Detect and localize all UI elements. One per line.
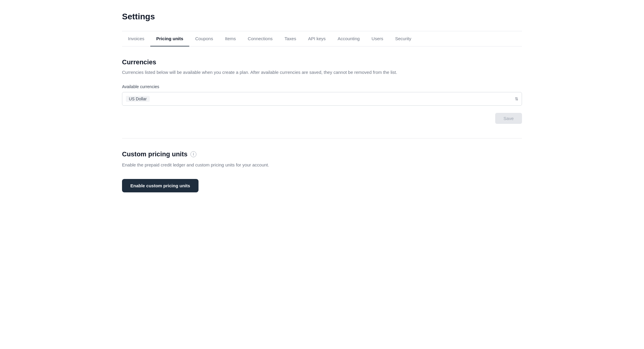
tab-security[interactable]: Security	[389, 31, 417, 46]
enable-custom-pricing-button[interactable]: Enable custom pricing units	[122, 179, 198, 192]
currency-select-wrapper: US Dollar ⇅	[122, 92, 522, 106]
custom-pricing-section: Custom pricing units i Enable the prepai…	[122, 150, 522, 193]
tab-items[interactable]: Items	[219, 31, 242, 46]
tab-accounting[interactable]: Accounting	[332, 31, 365, 46]
tab-taxes[interactable]: Taxes	[279, 31, 302, 46]
currencies-section-title: Currencies	[122, 58, 522, 66]
available-currencies-label: Available currencies	[122, 84, 522, 89]
tab-api-keys[interactable]: API keys	[302, 31, 332, 46]
custom-pricing-description: Enable the prepaid credit ledger and cus…	[122, 162, 522, 169]
currencies-section: Currencies Currencies listed below will …	[122, 58, 522, 124]
save-button-row: Save	[122, 113, 522, 124]
tab-pricing-units[interactable]: Pricing units	[150, 31, 189, 46]
tab-invoices[interactable]: Invoices	[122, 31, 150, 46]
currency-tag: US Dollar	[126, 96, 150, 102]
page-title: Settings	[122, 12, 522, 21]
tab-users[interactable]: Users	[366, 31, 389, 46]
tab-coupons[interactable]: Coupons	[189, 31, 219, 46]
save-button[interactable]: Save	[495, 113, 522, 124]
tabs-nav: Invoices Pricing units Coupons Items Con…	[122, 31, 522, 46]
section-divider	[122, 138, 522, 138]
currencies-section-description: Currencies listed below will be availabl…	[122, 69, 522, 76]
info-icon[interactable]: i	[190, 151, 196, 157]
custom-pricing-title-row: Custom pricing units i	[122, 150, 522, 158]
page-container: Settings Invoices Pricing units Coupons …	[108, 0, 536, 219]
tab-connections[interactable]: Connections	[242, 31, 279, 46]
currency-select-display[interactable]: US Dollar	[122, 92, 522, 106]
custom-pricing-section-title: Custom pricing units	[122, 150, 187, 158]
